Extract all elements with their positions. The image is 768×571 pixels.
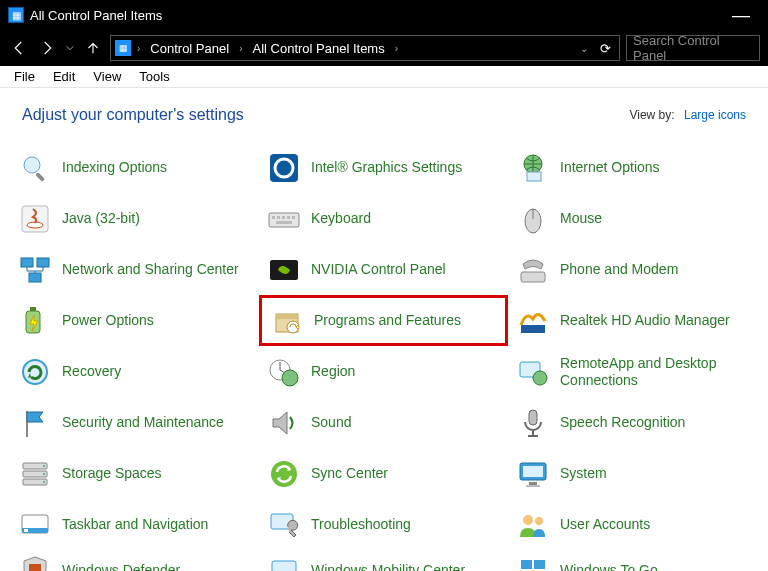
- control-panel-items: Indexing Options Intel® Graphics Setting…: [0, 136, 768, 571]
- viewby-label: View by:: [629, 108, 674, 122]
- item-label: RemoteApp and Desktop Connections: [560, 355, 749, 389]
- realtek-icon: [516, 304, 550, 338]
- item-label: System: [560, 465, 607, 482]
- item-phone-modem[interactable]: Phone and Modem: [508, 244, 757, 295]
- svg-point-51: [535, 517, 543, 525]
- box-icon: [270, 304, 304, 338]
- svg-rect-11: [282, 216, 285, 219]
- svg-point-40: [43, 481, 45, 483]
- address-bar[interactable]: ▦ › Control Panel › All Control Panel It…: [110, 35, 620, 61]
- item-label: Programs and Features: [314, 312, 461, 329]
- item-security-maintenance[interactable]: Security and Maintenance: [10, 397, 259, 448]
- item-label: Windows Defender: [62, 562, 180, 572]
- item-keyboard[interactable]: Keyboard: [259, 193, 508, 244]
- svg-rect-45: [526, 485, 540, 487]
- search-input[interactable]: Search Control Panel: [626, 35, 760, 61]
- item-label: Storage Spaces: [62, 465, 162, 482]
- back-button[interactable]: [8, 37, 30, 59]
- item-label: Recovery: [62, 363, 121, 380]
- menu-view[interactable]: View: [85, 67, 129, 86]
- item-nvidia[interactable]: NVIDIA Control Panel: [259, 244, 508, 295]
- item-network-sharing[interactable]: Network and Sharing Center: [10, 244, 259, 295]
- item-mouse[interactable]: Mouse: [508, 193, 757, 244]
- item-programs-features[interactable]: Programs and Features: [259, 295, 508, 346]
- nvidia-icon: [267, 253, 301, 287]
- item-recovery[interactable]: Recovery: [10, 346, 259, 397]
- viewby-dropdown[interactable]: Large icons: [684, 108, 746, 122]
- svg-rect-52: [29, 564, 41, 571]
- menu-tools[interactable]: Tools: [131, 67, 177, 86]
- item-label: Network and Sharing Center: [62, 261, 239, 278]
- svg-rect-23: [30, 307, 36, 311]
- users-icon: [516, 508, 550, 542]
- item-troubleshooting[interactable]: Troubleshooting: [259, 499, 508, 550]
- svg-rect-13: [292, 216, 295, 219]
- item-label: Speech Recognition: [560, 414, 685, 431]
- item-realtek-audio[interactable]: Realtek HD Audio Manager: [508, 295, 757, 346]
- forward-button[interactable]: [36, 37, 58, 59]
- item-intel-graphics[interactable]: Intel® Graphics Settings: [259, 142, 508, 193]
- svg-rect-19: [29, 273, 41, 282]
- item-label: Windows To Go: [560, 562, 658, 572]
- item-user-accounts[interactable]: User Accounts: [508, 499, 757, 550]
- address-dropdown-button[interactable]: ⌄: [576, 43, 592, 54]
- mobility-icon: [267, 553, 301, 571]
- svg-rect-25: [276, 314, 298, 319]
- item-label: Security and Maintenance: [62, 414, 224, 431]
- item-label: User Accounts: [560, 516, 650, 533]
- item-label: Region: [311, 363, 355, 380]
- menu-bar: File Edit View Tools: [0, 66, 768, 88]
- item-windows-defender[interactable]: Windows Defender: [10, 550, 259, 571]
- svg-point-50: [523, 515, 533, 525]
- item-sound[interactable]: Sound: [259, 397, 508, 448]
- phone-icon: [516, 253, 550, 287]
- item-speech-recognition[interactable]: Speech Recognition: [508, 397, 757, 448]
- item-windows-to-go[interactable]: Windows To Go: [508, 550, 757, 571]
- keyboard-icon: [267, 202, 301, 236]
- clock-globe-icon: [267, 355, 301, 389]
- svg-rect-53: [272, 561, 296, 571]
- item-java[interactable]: Java (32-bit): [10, 193, 259, 244]
- chevron-icon: ›: [135, 43, 142, 54]
- svg-rect-43: [523, 466, 543, 477]
- item-indexing-options[interactable]: Indexing Options: [10, 142, 259, 193]
- item-internet-options[interactable]: Internet Options: [508, 142, 757, 193]
- item-sync-center[interactable]: Sync Center: [259, 448, 508, 499]
- item-label: Internet Options: [560, 159, 660, 176]
- drives-icon: [18, 457, 52, 491]
- window-title: All Control Panel Items: [30, 8, 162, 23]
- power-icon: [18, 304, 52, 338]
- item-label: NVIDIA Control Panel: [311, 261, 446, 278]
- page-heading: Adjust your computer's settings: [22, 106, 244, 124]
- item-label: Realtek HD Audio Manager: [560, 312, 730, 329]
- item-remoteapp[interactable]: RemoteApp and Desktop Connections: [508, 346, 757, 397]
- item-power-options[interactable]: Power Options: [10, 295, 259, 346]
- svg-rect-1: [35, 172, 45, 182]
- svg-rect-34: [529, 410, 537, 425]
- recent-locations-button[interactable]: [64, 37, 76, 59]
- item-label: Mouse: [560, 210, 602, 227]
- item-region[interactable]: Region: [259, 346, 508, 397]
- up-button[interactable]: [82, 37, 104, 59]
- refresh-button[interactable]: ⟳: [596, 41, 615, 56]
- microphone-icon: [516, 406, 550, 440]
- item-system[interactable]: System: [508, 448, 757, 499]
- network-icon: [18, 253, 52, 287]
- svg-point-26: [287, 321, 299, 333]
- svg-point-39: [43, 473, 45, 475]
- svg-point-38: [43, 465, 45, 467]
- menu-edit[interactable]: Edit: [45, 67, 83, 86]
- item-windows-mobility[interactable]: Windows Mobility Center: [259, 550, 508, 571]
- speaker-icon: [267, 406, 301, 440]
- svg-rect-5: [527, 172, 541, 181]
- sync-icon: [267, 457, 301, 491]
- breadcrumb-current[interactable]: All Control Panel Items: [248, 41, 388, 56]
- magnifier-icon: [18, 151, 52, 185]
- item-taskbar-navigation[interactable]: Taskbar and Navigation: [10, 499, 259, 550]
- item-label: Windows Mobility Center: [311, 562, 465, 572]
- item-storage-spaces[interactable]: Storage Spaces: [10, 448, 259, 499]
- breadcrumb-root[interactable]: Control Panel: [146, 41, 233, 56]
- minimize-button[interactable]: —: [722, 5, 760, 26]
- menu-file[interactable]: File: [6, 67, 43, 86]
- troubleshoot-icon: [267, 508, 301, 542]
